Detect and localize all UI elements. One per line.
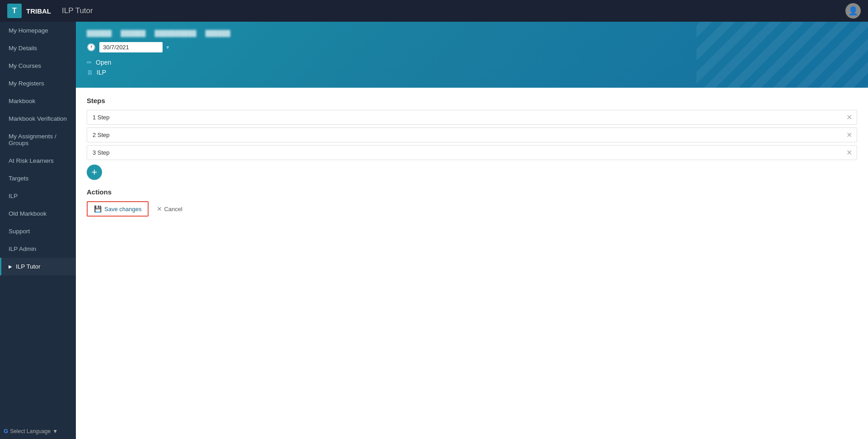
step-remove-1[interactable]: ✕ [842, 113, 857, 122]
sidebar-item-support[interactable]: Support [0, 222, 76, 240]
sidebar-label-support: Support [9, 228, 30, 235]
banner-tab-4[interactable]: ██████ [205, 29, 230, 38]
sidebar-label-my-assignments-groups: My Assignments / Groups [9, 133, 69, 146]
step-input-2[interactable] [87, 128, 842, 142]
banner-tab-2[interactable]: ██████ [121, 29, 145, 38]
save-changes-button[interactable]: 💾 Save changes [87, 201, 149, 217]
step-row-2: ✕ [87, 127, 857, 142]
logo-box: T [7, 4, 22, 18]
sidebar-item-my-assignments-groups[interactable]: My Assignments / Groups [0, 127, 76, 152]
brand-name: TRIBAL [26, 7, 51, 15]
banner: ██████ ██████ ██████████ ██████ 🕐 ▾ ✏ Op… [76, 22, 868, 88]
banner-status-label: Open [96, 59, 111, 66]
sidebar-item-ilp-tutor[interactable]: ▶ ILP Tutor [0, 258, 76, 275]
banner-status-row: ✏ Open [87, 59, 857, 66]
language-dropdown-arrow: ▼ [52, 428, 58, 434]
steps-title: Steps [87, 97, 857, 104]
banner-date-row: 🕐 ▾ [87, 42, 857, 52]
google-icon: G [4, 428, 8, 434]
sidebar-item-my-courses[interactable]: My Courses [0, 57, 76, 75]
step-input-3[interactable] [87, 146, 842, 160]
sidebar-label-my-registers: My Registers [9, 80, 44, 87]
sidebar-label-my-homepage: My Homepage [9, 27, 48, 34]
sidebar-label-ilp: ILP [9, 193, 18, 199]
banner-ilp-row: 🗎 ILP [87, 69, 857, 76]
user-avatar[interactable]: 👤 [845, 3, 861, 19]
sidebar-item-at-risk-learners[interactable]: At Risk Learners [0, 152, 76, 170]
sidebar-item-ilp-admin[interactable]: ILP Admin [0, 240, 76, 258]
step-row-1: ✕ [87, 110, 857, 125]
date-input[interactable] [99, 42, 163, 52]
banner-tabs: ██████ ██████ ██████████ ██████ [87, 29, 857, 38]
actions-row: 💾 Save changes ✕ Cancel [87, 201, 857, 217]
pencil-icon: ✏ [87, 59, 92, 66]
cancel-x-icon: ✕ [157, 205, 162, 212]
step-remove-3[interactable]: ✕ [842, 148, 857, 157]
sidebar-item-old-markbook[interactable]: Old Markbook [0, 205, 76, 222]
sidebar-item-markbook[interactable]: Markbook [0, 92, 76, 110]
sidebar-item-markbook-verification[interactable]: Markbook Verification [0, 110, 76, 127]
step-remove-2[interactable]: ✕ [842, 131, 857, 139]
sidebar-item-my-homepage[interactable]: My Homepage [0, 22, 76, 39]
sidebar-label-ilp-tutor: ILP Tutor [16, 263, 41, 270]
cancel-button[interactable]: ✕ Cancel [154, 203, 185, 214]
sidebar-item-my-registers[interactable]: My Registers [0, 75, 76, 92]
topbar: T TRIBAL ILP Tutor 👤 [0, 0, 868, 22]
banner-tab-1[interactable]: ██████ [87, 29, 112, 38]
sidebar-item-my-details[interactable]: My Details [0, 39, 76, 57]
page-body: Steps ✕ ✕ ✕ + Actions 💾 Save changes [76, 88, 868, 439]
step-row-3: ✕ [87, 145, 857, 160]
banner-tab-3[interactable]: ██████████ [155, 29, 196, 38]
save-changes-label: Save changes [104, 206, 141, 212]
sidebar-label-targets: Targets [9, 175, 28, 182]
sidebar-label-old-markbook: Old Markbook [9, 210, 47, 217]
select-language-label: Select Language [10, 428, 51, 434]
sidebar: My Homepage My Details My Courses My Reg… [0, 22, 76, 439]
sidebar-label-my-courses: My Courses [9, 62, 41, 69]
sidebar-label-markbook-verification: Markbook Verification [9, 115, 67, 122]
banner-ilp-label: ILP [97, 69, 106, 76]
sidebar-item-ilp[interactable]: ILP [0, 187, 76, 205]
select-language-footer[interactable]: G Select Language ▼ [0, 423, 76, 439]
date-dropdown-arrow[interactable]: ▾ [166, 44, 169, 51]
save-icon: 💾 [94, 205, 102, 212]
sidebar-label-at-risk-learners: At Risk Learners [9, 157, 54, 164]
document-icon: 🗎 [87, 69, 93, 76]
step-input-1[interactable] [87, 110, 842, 124]
sidebar-label-ilp-admin: ILP Admin [9, 245, 36, 252]
sidebar-label-my-details: My Details [9, 45, 37, 52]
app-title: ILP Tutor [62, 6, 93, 15]
add-step-button[interactable]: + [87, 165, 102, 180]
brand-logo: T TRIBAL [7, 4, 51, 18]
sidebar-item-targets[interactable]: Targets [0, 170, 76, 187]
main-content: ██████ ██████ ██████████ ██████ 🕐 ▾ ✏ Op… [76, 22, 868, 439]
cancel-label: Cancel [164, 206, 182, 212]
sidebar-label-markbook: Markbook [9, 98, 35, 104]
arrow-icon: ▶ [9, 264, 12, 269]
actions-title: Actions [87, 188, 857, 196]
clock-icon: 🕐 [87, 43, 96, 52]
